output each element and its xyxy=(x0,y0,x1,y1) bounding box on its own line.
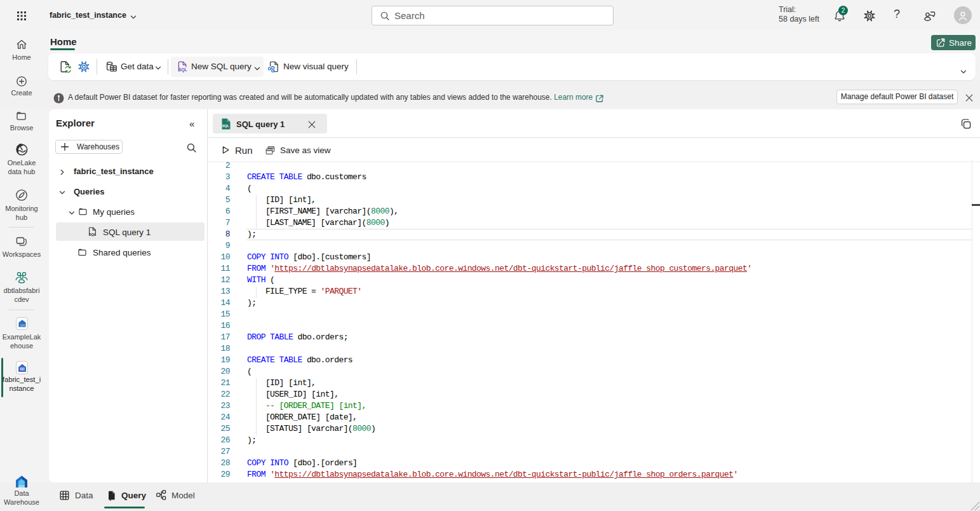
svg-text:SQL: SQL xyxy=(178,67,187,72)
svg-text:SQL: SQL xyxy=(89,233,97,236)
svg-text:SQL: SQL xyxy=(222,124,229,128)
